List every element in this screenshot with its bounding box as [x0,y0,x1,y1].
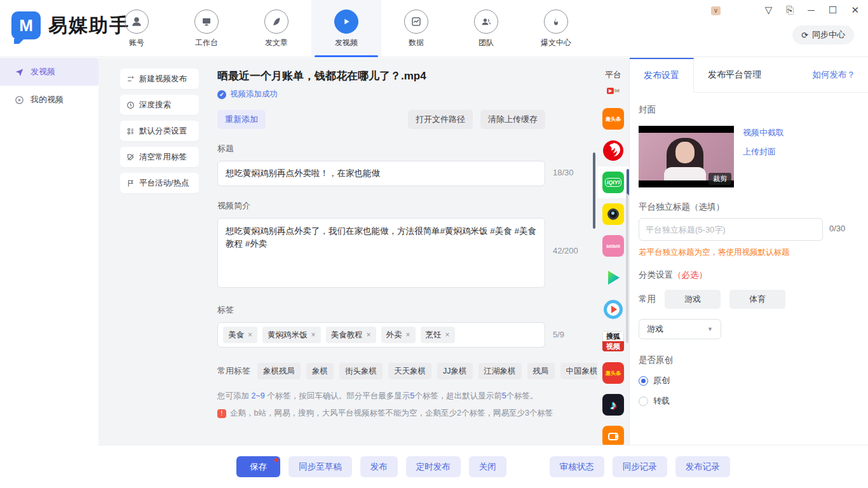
workbench-icon [194,10,219,34]
crop-badge[interactable]: 裁剪 [709,173,731,185]
publish-log-button[interactable]: 发布记录 [675,456,730,477]
kuaishou-icon [602,426,624,447]
common-tag[interactable]: JJ象棋 [437,363,473,379]
scheduled-publish-button[interactable]: 定时发布 [406,456,461,477]
deep-search-button[interactable]: 深度搜索 [120,95,199,115]
title-counter: 18/30 [553,168,574,177]
publish-tabs: 发布设置 发布平台管理 如何发布？ [630,58,868,93]
sync-center-button[interactable]: ⟳ 同步中心 [792,25,854,44]
common-tag[interactable]: 残局 [527,363,555,379]
nav-item-team[interactable]: 团队 [451,0,521,57]
close-icon[interactable]: ✕ [851,5,859,15]
tray-update-icon[interactable]: v [711,6,721,15]
window-menu-icon[interactable]: ▽ [765,5,773,15]
description-textarea[interactable]: 想吃黄焖鸡别再点外卖了，我们在家也能做，方法很简单#黄焖鸡米饭 #美食 #美食教… [217,218,545,288]
platform-activity-hotspot-button[interactable]: 平台活动/热点 [120,173,199,193]
open-file-path-button[interactable]: 打开文件路径 [408,110,473,129]
remove-tag-icon[interactable]: × [248,330,252,339]
category-option-sports[interactable]: 体育 [729,290,785,309]
radio-repost[interactable]: 转载 [639,395,858,407]
category-option-game[interactable]: 游戏 [665,290,721,309]
remove-tag-icon[interactable]: × [311,330,316,339]
capture-from-video-link[interactable]: 视频中截取 [743,127,784,139]
platform-sohu-video[interactable]: 搜狐 视频 [597,325,629,357]
upload-cover-link[interactable]: 上传封面 [743,146,784,158]
platform-title-input[interactable] [639,218,823,241]
platform-bilibili[interactable]: bilibili [597,230,629,262]
platform-douyin[interactable]: ♪ [597,389,629,421]
nav-item-data[interactable]: 数据 [381,0,451,57]
title-input[interactable] [217,161,545,186]
upload-status: ✔ 视频添加成功 [217,89,592,100]
cover-thumbnail[interactable]: 裁剪 [639,126,734,187]
close-button[interactable]: 关闭 [469,456,506,477]
tab-publish-settings[interactable]: 发布设置 [630,58,694,93]
account-icon [125,10,149,34]
top-navigation: 账号 工作台 发文章 发视频 数据 [102,0,591,57]
warning-exclamation-icon: ! [217,409,226,418]
camera-lens-icon [602,203,624,225]
nav-item-workbench[interactable]: 工作台 [172,0,241,57]
platform-tencent-video[interactable] [597,262,629,294]
window-controls: ▽ ⎘ ─ ☐ ✕ [765,5,859,15]
review-status-button[interactable]: 审核状态 [550,456,604,477]
radio-button-selected [639,376,648,386]
main-scrollbar[interactable] [593,152,595,229]
tags-input[interactable]: 美食× 黄焖鸡米饭× 美食教程× 外卖× 烹饪× [217,322,545,348]
team-icon [474,10,498,34]
common-tag[interactable]: 江湖象棋 [478,363,522,379]
douyin-icon: ♪ [602,394,624,416]
video-play-icon [334,10,358,34]
action-label: 清空常用标签 [139,152,187,163]
sync-to-draft-button[interactable]: 同步至草稿 [288,456,352,477]
platform-iqiyi[interactable]: iQIYI [597,166,629,198]
required-marker: （必选） [673,270,707,280]
minimize-icon[interactable]: ─ [808,5,815,15]
description-label: 视频简介 [217,200,592,212]
how-to-publish-link[interactable]: 如何发布？ [813,69,856,81]
nav-item-account[interactable]: 账号 [102,0,172,57]
nav-item-post-video[interactable]: 发视频 [311,0,381,57]
readd-video-button[interactable]: 重新添加 [217,110,266,129]
common-tag[interactable]: 天天象棋 [388,363,431,379]
platform-strip-scrollbar[interactable] [626,194,628,343]
platform-yellow-camera[interactable] [597,198,629,230]
sidebar-item-post-video[interactable]: 发视频 [0,58,98,86]
platform-haokan-video[interactable] [597,294,629,325]
new-video-publish-button[interactable]: 新建视频发布 [120,69,199,89]
common-tag[interactable]: 象棋 [306,363,334,379]
clear-common-tags-button[interactable]: 清空常用标签 [120,147,199,167]
platform-title-counter: 0/30 [829,224,845,233]
tag-text: 美食教程 [331,330,363,341]
common-tag[interactable]: 象棋残局 [257,363,301,379]
platform-ifeng[interactable] [597,135,629,166]
remove-tag-icon[interactable]: × [406,330,410,339]
default-category-settings-button[interactable]: 默认分类设置 [120,121,199,141]
action-label: 平台活动/热点 [139,178,189,189]
platform-tags-warning: ! 企鹅，b站，网易，搜狗，大风平台视频标签不能为空，企鹅至少2个标签，网易至少… [217,408,592,419]
maximize-icon[interactable]: ☐ [829,5,837,15]
tab-platform-management[interactable]: 发布平台管理 [694,58,775,93]
platform-huitoutiao[interactable]: 惠头条 [597,357,629,389]
tag-pill: 美食× [223,327,257,343]
nav-label: 工作台 [195,37,218,48]
publish-button[interactable]: 发布 [360,456,398,477]
common-tag[interactable]: 街头象棋 [339,363,383,379]
sync-log-button[interactable]: 同步记录 [613,456,667,477]
clear-upload-cache-button[interactable]: 清除上传缓存 [480,110,545,129]
remove-tag-icon[interactable]: × [445,330,450,339]
radio-original[interactable]: 原创 [639,375,858,386]
unsaved-dot [275,458,278,462]
save-button[interactable]: 保存 [236,456,280,477]
nav-label: 数据 [409,37,424,48]
remove-tag-icon[interactable]: × [367,330,371,339]
nav-item-hot-articles[interactable]: 爆文中心 [521,0,591,57]
platform-qutoutiao[interactable]: 趣头条 [597,103,629,135]
sidebar-item-my-videos[interactable]: 我的视频 [0,86,98,114]
category-dropdown[interactable]: 游戏 ▼ [639,319,721,339]
video-filename: 晒最近一个月账单，钱都花在哪儿了？.mp4 [217,69,592,83]
platform-title-label: 平台独立标题（选填） [639,201,858,213]
screenshot-icon[interactable]: ⎘ [786,5,794,15]
nav-item-post-article[interactable]: 发文章 [241,0,311,57]
video-edit-form: 晒最近一个月账单，钱都花在哪儿了？.mp4 ✔ 视频添加成功 重新添加 打开文件… [217,69,592,419]
